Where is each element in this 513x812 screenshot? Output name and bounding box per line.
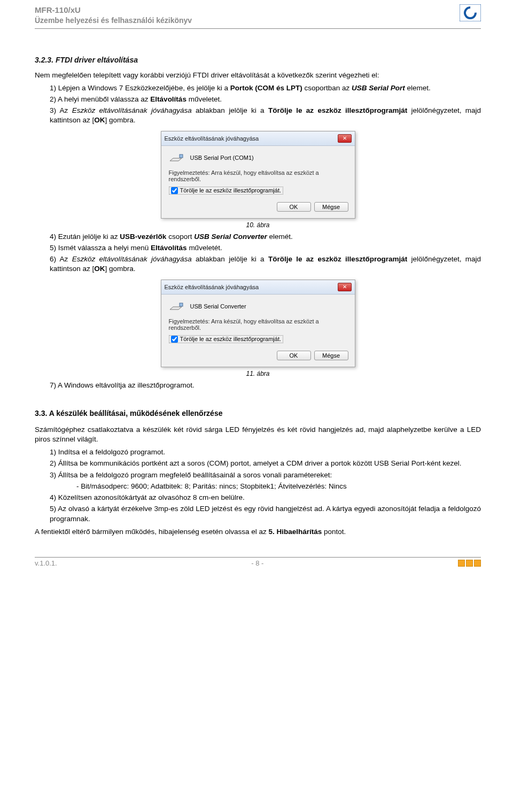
step-6: 6) Az Eszköz eltávolításának jóváhagyása… [50,254,481,274]
s33-step-3: 3) Állítsa be a feldolgozó program megfe… [50,470,481,480]
delete-driver-check-input[interactable] [171,336,178,343]
cancel-button[interactable]: Mégse [314,351,348,360]
s33-step-2: 2) Állítsa be kommunikációs portként azt… [50,459,481,468]
dialog-title: Eszköz eltávolításának jóváhagyása [165,135,259,142]
step-2: 2) A helyi menüből válassza az Eltávolít… [50,95,481,104]
figure-11-caption: 11. ábra [35,370,481,377]
ok-button[interactable]: OK [277,202,311,212]
company-logo [460,4,481,21]
heading-323-text: FTDI driver eltávolítása [56,56,138,64]
footer-logo-icon [458,560,481,567]
heading-323: 3.2.3. FTDI driver eltávolítása [35,56,481,64]
device-name: USB Serial Converter [190,303,246,310]
s33-step-3-sub: - Bit/másodperc: 9600; Adatbitek: 8; Par… [50,482,481,491]
svg-marker-3 [170,307,182,310]
step-1: 1) Lépjen a Windows 7 Eszközkezelőjébe, … [50,83,481,93]
heading-323-num: 3.2.3. [35,56,53,64]
device-name: USB Serial Port (COM1) [190,154,254,161]
s33-step-4: 4) Közelítsen azonosítókártyát az olvasó… [50,493,481,502]
delete-driver-checkbox[interactable]: Törölje le az eszköz illesztőprogramját. [169,335,284,343]
dialog-title: Eszköz eltávolításának jóváhagyása [165,284,259,290]
footer-version: v.1.0.1. [35,559,57,567]
cancel-button[interactable]: Mégse [314,202,348,212]
warning-text: Figyelmeztetés: Arra készül, hogy eltávo… [169,318,347,331]
figure-10: Eszköz eltávolításának jóváhagyása ✕ USB… [35,131,481,219]
intro-33: Számítógéphez csatlakoztatva a készülék … [35,425,481,444]
delete-driver-check-input[interactable] [171,187,178,194]
step-7: 7) A Windows eltávolítja az illesztőprog… [50,381,481,390]
outro-33: A fentiektől eltérő bármilyen működés, h… [35,527,481,537]
product-code: MFR-110/xU [35,4,192,16]
figure-10-caption: 10. ábra [35,221,481,229]
step-5: 5) Ismét válassza a helyi menü Eltávolít… [50,243,481,253]
warning-text: Figyelmeztetés: Arra készül, hogy eltávo… [169,169,347,182]
step-3: 3) Az Eszköz eltávolításának jóváhagyása… [50,106,481,125]
svg-rect-2 [180,154,183,158]
s33-step-1: 1) Indítsa el a feldolgozó programot. [50,447,481,457]
close-icon[interactable]: ✕ [338,134,352,143]
device-icon [169,300,185,313]
delete-driver-label: Törölje le az eszköz illesztőprogramját. [180,187,282,194]
doc-subtitle: Üzembe helyezési és felhasználói kézikön… [35,16,192,26]
s33-step-5: 5) Az olvasó a kártyát érzékelve 3mp-es … [50,504,481,523]
device-icon [169,151,185,164]
page-footer: v.1.0.1. - 8 - [35,557,481,567]
delete-driver-label: Törölje le az eszköz illesztőprogramját. [180,336,282,342]
confirm-dialog-2: Eszköz eltávolításának jóváhagyása ✕ USB… [161,280,355,367]
footer-page: - 8 - [251,559,263,567]
confirm-dialog-1: Eszköz eltávolításának jóváhagyása ✕ USB… [161,131,355,219]
step-4: 4) Ezután jelölje ki az USB-vezérlők cso… [50,232,481,242]
intro-323: Nem megfelelően telepített vagy korábbi … [35,71,481,80]
heading-33: 3.3. A készülék beállításai, működésének… [35,409,481,417]
page-header: MFR-110/xU Üzembe helyezési és felhaszná… [35,0,481,29]
delete-driver-checkbox[interactable]: Törölje le az eszköz illesztőprogramját. [169,187,284,195]
figure-11: Eszköz eltávolításának jóváhagyása ✕ USB… [35,280,481,367]
ok-button[interactable]: OK [277,351,311,360]
svg-marker-1 [170,158,182,161]
close-icon[interactable]: ✕ [338,283,352,291]
svg-rect-4 [180,303,183,306]
